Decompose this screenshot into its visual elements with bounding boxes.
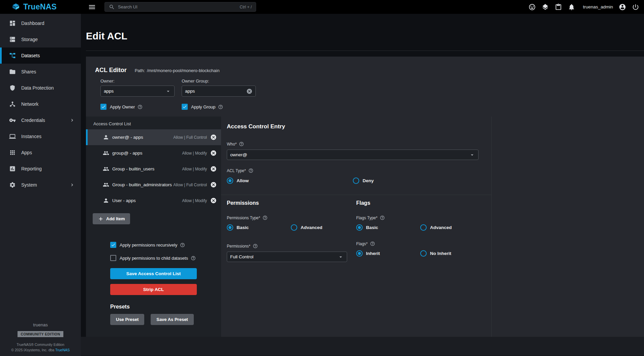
page-title: Edit ACL xyxy=(86,31,644,42)
flags-type-radio-group: Basic Advanced xyxy=(356,224,486,231)
acl-entry-permissions: Allow | Modify xyxy=(182,198,207,203)
feedback-smiley-icon[interactable] xyxy=(528,3,536,11)
radio-unselected-icon xyxy=(291,224,297,231)
acl-entry-permissions: Allow | Full Control xyxy=(173,183,207,187)
chevron-down-icon xyxy=(469,152,475,158)
help-icon[interactable] xyxy=(263,215,268,220)
acl-entry-user-apps[interactable]: User - apps Allow | Modify xyxy=(86,193,221,208)
help-icon[interactable] xyxy=(137,104,143,109)
shield-icon xyxy=(9,85,16,91)
acl-entry-who: group@ - apps xyxy=(112,151,143,156)
sidebar-item-shares[interactable]: Shares xyxy=(0,64,81,80)
remove-entry-icon[interactable] xyxy=(210,150,217,156)
owner-select[interactable]: apps xyxy=(100,86,175,97)
permissions-select[interactable]: Full Control xyxy=(227,252,347,262)
apps-grid-icon xyxy=(9,149,16,156)
power-icon[interactable] xyxy=(632,3,639,11)
sidebar-item-label: Datasets xyxy=(21,53,40,58)
remove-entry-icon[interactable] xyxy=(210,182,217,188)
acl-entry-permissions: Allow | Modify xyxy=(182,167,207,171)
sidebar-item-datasets[interactable]: Datasets xyxy=(0,47,81,64)
acl-entry-builtin-administrators[interactable]: Group - builtin_administrators Allow | F… xyxy=(86,177,221,193)
remove-entry-icon[interactable] xyxy=(210,197,217,204)
owner-group-input[interactable] xyxy=(185,89,246,94)
sidebar-item-label: Shares xyxy=(21,69,36,74)
permissions-type-radio-group: Basic Advanced xyxy=(227,224,356,231)
radio-permissions-advanced[interactable]: Advanced xyxy=(291,224,323,231)
apply-group-checkbox[interactable]: Apply Group xyxy=(182,104,256,110)
copyright-brand-link[interactable]: TrueNAS xyxy=(55,348,70,352)
help-icon[interactable] xyxy=(191,256,196,261)
save-access-control-list-button[interactable]: Save Access Control List xyxy=(110,268,197,279)
sidebar-item-data-protection[interactable]: Data Protection xyxy=(0,80,81,96)
permissions-heading: Permissions xyxy=(227,200,356,206)
sidebar-item-system[interactable]: System xyxy=(0,177,81,193)
dashboard-icon xyxy=(9,20,16,27)
truenas-logo-icon xyxy=(11,3,20,11)
sidebar-item-dashboard[interactable]: Dashboard xyxy=(0,15,81,31)
apply-recursively-checkbox[interactable]: Apply permissions recursively xyxy=(110,242,221,248)
remove-entry-icon[interactable] xyxy=(210,134,217,140)
sidebar-item-storage[interactable]: Storage xyxy=(0,31,81,47)
sidebar-item-instances[interactable]: Instances xyxy=(0,128,81,144)
radio-inherit[interactable]: Inherit xyxy=(356,250,420,257)
acl-entry-builtin-users[interactable]: Group - builtin_users Allow | Modify xyxy=(86,161,221,177)
username[interactable]: truenas_admin xyxy=(583,4,613,9)
sidebar-item-credentials[interactable]: Credentials xyxy=(0,112,81,128)
acl-editor-heading: ACL Editor xyxy=(95,67,127,74)
help-icon[interactable] xyxy=(248,168,253,173)
sidebar-item-label: System xyxy=(21,182,37,188)
apply-group-label: Apply Group xyxy=(191,104,215,109)
flags-label-text: Flags* xyxy=(356,241,368,246)
help-icon[interactable] xyxy=(380,215,385,220)
radio-no-inherit[interactable]: No Inherit xyxy=(420,250,451,257)
alerts-bell-icon[interactable] xyxy=(568,3,575,11)
help-icon[interactable] xyxy=(253,244,258,249)
radio-unselected-icon xyxy=(420,250,427,257)
radio-flags-basic[interactable]: Basic xyxy=(356,224,420,231)
save-as-preset-button[interactable]: Save As Preset xyxy=(151,314,193,325)
flags-heading: Flags xyxy=(356,200,486,206)
who-select[interactable]: owner@ xyxy=(227,150,479,160)
acl-entry-owner[interactable]: owner@ - apps Allow | Full Control xyxy=(86,129,221,145)
radio-unselected-icon xyxy=(420,224,427,231)
use-preset-button[interactable]: Use Preset xyxy=(110,314,144,325)
radio-allow[interactable]: Allow xyxy=(227,177,353,184)
help-icon[interactable] xyxy=(370,241,375,246)
radio-flags-advanced[interactable]: Advanced xyxy=(420,224,452,231)
search-box[interactable]: Ctrl + / xyxy=(104,2,256,12)
apply-owner-checkbox[interactable]: Apply Owner xyxy=(100,104,175,110)
search-input[interactable] xyxy=(118,4,237,9)
logo-text: TrueNAS xyxy=(23,2,57,11)
sidebar-item-network[interactable]: Network xyxy=(0,96,81,112)
acl-type-field-label: ACL Type* xyxy=(227,168,644,173)
tasks-clipboard-icon[interactable] xyxy=(555,3,562,11)
sidebar-item-label: Reporting xyxy=(21,166,42,171)
sidebar-item-reporting[interactable]: Reporting xyxy=(0,161,81,177)
acl-entry-group[interactable]: group@ - apps Allow | Modify xyxy=(86,145,221,161)
help-icon[interactable] xyxy=(180,242,185,248)
help-icon[interactable] xyxy=(239,141,244,147)
remove-entry-icon[interactable] xyxy=(210,166,217,172)
apply-child-datasets-checkbox[interactable]: Apply permissions to child datasets xyxy=(110,255,221,261)
owner-select-value: apps xyxy=(104,89,114,94)
truenas-logo[interactable]: TrueNAS xyxy=(0,2,81,11)
account-circle-icon[interactable] xyxy=(619,3,626,11)
help-icon[interactable] xyxy=(218,104,223,109)
apply-recursively-label: Apply permissions recursively xyxy=(120,242,177,248)
search-shortcut: Ctrl + / xyxy=(240,5,252,9)
jobs-layers-icon[interactable] xyxy=(542,3,549,11)
radio-deny[interactable]: Deny xyxy=(353,177,374,184)
add-item-button[interactable]: Add Item xyxy=(93,213,130,224)
hamburger-menu-icon[interactable] xyxy=(88,3,96,11)
presets-heading: Presets xyxy=(110,304,221,310)
key-icon xyxy=(9,117,16,124)
flags-type-label-text: Flags Type* xyxy=(356,216,377,220)
shares-folder-icon xyxy=(9,68,16,75)
sidebar-item-apps[interactable]: Apps xyxy=(0,144,81,161)
radio-permissions-basic[interactable]: Basic xyxy=(227,224,291,231)
group-icon xyxy=(103,182,109,188)
clear-input-icon[interactable] xyxy=(246,88,252,94)
checkbox-checked-icon xyxy=(110,242,116,248)
strip-acl-button[interactable]: Strip ACL xyxy=(110,284,197,295)
